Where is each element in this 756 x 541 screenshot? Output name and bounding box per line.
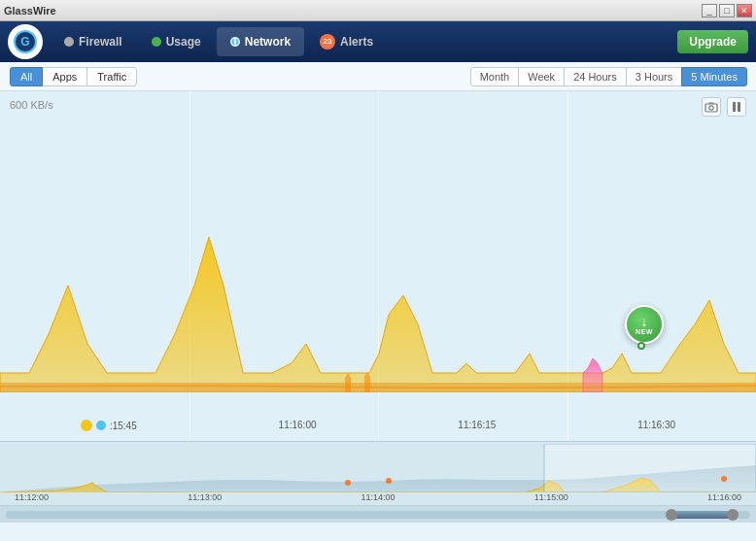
time-label-3: 11:16:30 [637, 420, 675, 431]
app-logo: G [8, 24, 43, 59]
svg-rect-7 [544, 444, 756, 492]
usage-dot [152, 37, 161, 47]
scrollbar-track[interactable] [6, 511, 750, 519]
alerts-badge: 23 [320, 34, 335, 50]
firewall-dot [64, 37, 74, 47]
nav-bar: G Firewall Usage Network 23 Alerts Upgra… [0, 21, 756, 62]
filter-apps-button[interactable]: Apps [42, 67, 87, 86]
mini-time-0: 11:12:00 [15, 492, 49, 502]
blue-dot-icon [96, 421, 106, 430]
new-badge[interactable]: ↓ NEW [625, 305, 664, 344]
time-24h-button[interactable]: 24 Hours [564, 67, 627, 86]
mini-time-1: 11:13:00 [188, 492, 222, 502]
mini-time-4: 11:16:00 [707, 492, 741, 502]
time-month-button[interactable]: Month [470, 67, 520, 86]
mini-time-2: 11:14:00 [361, 492, 395, 502]
time-label-start: :15:45 [110, 421, 137, 431]
network-dot [230, 37, 240, 47]
time-label-2: 11:16:15 [458, 420, 496, 431]
minimap-time-axis: 11:12:00 11:13:00 11:14:00 11:15:00 11:1… [0, 492, 756, 502]
minimap: 11:12:00 11:13:00 11:14:00 11:15:00 11:1… [0, 441, 756, 505]
scrollbar-thumb[interactable] [672, 511, 731, 519]
main-chart: 600 KB/s [0, 91, 756, 441]
yellow-dot-icon [81, 420, 92, 431]
filter-traffic-button[interactable]: Traffic [86, 67, 137, 86]
nav-tab-alerts[interactable]: 23 Alerts [306, 27, 387, 56]
title-bar: GlassWire _ □ ✕ [0, 0, 756, 21]
nav-tab-firewall[interactable]: Firewall [51, 27, 136, 56]
time-indicator-start: :15:45 [81, 420, 137, 431]
scrollbar-left-handle[interactable] [666, 509, 677, 521]
close-button[interactable]: ✕ [737, 4, 752, 17]
filter-bar: All Apps Traffic Month Week 24 Hours 3 H… [0, 62, 756, 91]
upgrade-button[interactable]: Upgrade [677, 30, 748, 53]
filter-left-group: All Apps Traffic [10, 67, 136, 86]
nav-tab-usage[interactable]: Usage [138, 27, 215, 56]
new-badge-pin [637, 342, 645, 350]
time-3h-button[interactable]: 3 Hours [626, 67, 683, 86]
filter-right-group: Month Week 24 Hours 3 Hours 5 Minutes [470, 67, 746, 86]
svg-point-8 [345, 480, 351, 486]
new-badge-arrow-icon: ↓ [641, 315, 648, 328]
svg-text:G: G [20, 35, 29, 49]
app-title: GlassWire [4, 5, 56, 17]
svg-point-9 [386, 478, 392, 484]
time-label-1: 11:16:00 [279, 420, 317, 431]
minimap-svg [0, 444, 756, 492]
scrollbar-area [0, 505, 756, 523]
time-axis: :15:45 11:16:00 11:16:15 11:16:30 [0, 420, 756, 431]
maximize-button[interactable]: □ [719, 4, 735, 17]
mini-time-3: 11:15:00 [534, 492, 568, 502]
filter-all-button[interactable]: All [10, 67, 43, 86]
nav-tab-network[interactable]: Network [217, 27, 304, 56]
minimize-button[interactable]: _ [702, 4, 717, 17]
time-week-button[interactable]: Week [518, 67, 565, 86]
scrollbar-right-handle[interactable] [727, 509, 739, 521]
svg-point-10 [721, 476, 727, 482]
window-controls[interactable]: _ □ ✕ [702, 4, 752, 17]
time-5min-button[interactable]: 5 Minutes [681, 67, 747, 86]
